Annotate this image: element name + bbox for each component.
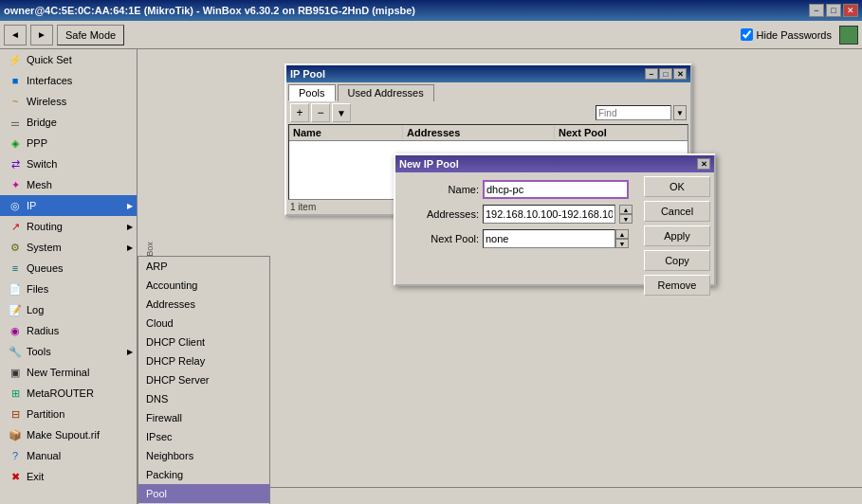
submenu-item-dhcp-server[interactable]: DHCP Server [138, 370, 269, 389]
metarouter-icon: ⊞ [8, 386, 23, 401]
ok-button[interactable]: OK [644, 176, 710, 197]
submenu-item-dhcp-client[interactable]: DHCP Client [138, 333, 269, 351]
submenu-item-packing[interactable]: Packing [138, 465, 269, 484]
hide-passwords-checkbox[interactable] [741, 28, 753, 41]
ip-pool-minimize-button[interactable]: − [645, 68, 658, 80]
cancel-button[interactable]: Cancel [644, 201, 710, 222]
sidebar-item-queues[interactable]: ≡ Queues [0, 258, 137, 279]
ip-pool-maximize-button[interactable]: □ [659, 68, 672, 80]
sidebar-item-tools[interactable]: 🔧 Tools ▶ [0, 341, 137, 362]
next-pool-down-button[interactable]: ▼ [615, 239, 629, 248]
tab-pools[interactable]: Pools [288, 84, 336, 101]
minimize-button[interactable]: − [809, 4, 824, 17]
sidebar-item-files[interactable]: 📄 Files [0, 279, 137, 299]
sidebar: ⚡ Quick Set ■ Interfaces ~ Wireless ⚌ Br… [0, 49, 138, 504]
name-row: Name: [403, 180, 629, 199]
wireless-icon: ~ [8, 94, 23, 109]
submenu-item-dns[interactable]: DNS [138, 389, 269, 408]
submenu-item-arp[interactable]: ARP [138, 257, 269, 276]
sidebar-item-bridge[interactable]: ⚌ Bridge [0, 112, 137, 133]
sidebar-label-metarouter: MetaROUTER [27, 387, 94, 399]
sidebar-label-wireless: Wireless [27, 96, 66, 107]
filter-pool-button[interactable]: ▼ [332, 103, 351, 122]
sidebar-label-queues: Queues [27, 262, 64, 274]
addresses-row: Addresses: ▲ ▼ [403, 205, 629, 224]
sidebar-item-system[interactable]: ⚙ System ▶ [0, 237, 137, 258]
new-ip-pool-title-bar: New IP Pool ✕ [395, 155, 714, 172]
next-pool-select-row: none ▲ ▼ [483, 229, 629, 248]
remove-button[interactable]: Remove [644, 275, 710, 296]
system-icon: ⚙ [8, 240, 23, 255]
sidebar-label-switch: Switch [27, 158, 57, 170]
sidebar-label-system: System [27, 242, 62, 253]
maximize-button[interactable]: □ [826, 4, 841, 17]
sidebar-label-manual: Manual [27, 450, 61, 461]
sidebar-item-interfaces[interactable]: ■ Interfaces [0, 70, 137, 91]
forward-button[interactable]: ► [30, 25, 53, 45]
remove-pool-button[interactable]: − [311, 103, 330, 122]
copy-button[interactable]: Copy [644, 250, 710, 271]
new-ip-pool-title-text: New IP Pool [399, 158, 459, 170]
safe-mode-button[interactable]: Safe Mode [57, 25, 124, 45]
interfaces-icon: ■ [8, 73, 23, 88]
apply-button[interactable]: Apply [644, 225, 710, 246]
dialog-content: Name: Addresses: ▲ ▼ Next Pool: none [395, 172, 714, 284]
ip-pool-close-button[interactable]: ✕ [673, 68, 687, 80]
tab-used-addresses[interactable]: Used Addresses [338, 84, 434, 101]
dialog-buttons: OK Cancel Apply Copy Remove [644, 176, 710, 296]
next-pool-row: Next Pool: none ▲ ▼ [403, 229, 629, 248]
sidebar-item-log[interactable]: 📝 Log [0, 299, 137, 320]
close-button[interactable]: ✕ [843, 4, 858, 17]
sidebar-label-exit: Exit [27, 471, 44, 482]
ip-icon: ◎ [8, 198, 23, 213]
submenu-item-addresses[interactable]: Addresses [138, 295, 269, 314]
submenu-item-cloud[interactable]: Cloud [138, 314, 269, 333]
find-box: ▼ [596, 105, 687, 120]
sidebar-label-bridge: Bridge [27, 117, 57, 128]
submenu-item-pool[interactable]: Pool [138, 484, 269, 503]
back-button[interactable]: ◄ [4, 25, 27, 45]
ip-submenu: ARP Accounting Addresses Cloud DHCP Clie… [138, 256, 270, 504]
next-pool-label: Next Pool: [403, 233, 479, 244]
partition-icon: ⊟ [8, 406, 23, 422]
next-pool-select[interactable]: none [483, 229, 615, 248]
new-ip-pool-close-button[interactable]: ✕ [697, 158, 710, 170]
addresses-up-button[interactable]: ▲ [619, 205, 633, 214]
sidebar-label-mesh: Mesh [27, 179, 52, 190]
submenu-item-neighbors[interactable]: Neighbors [138, 446, 269, 465]
title-text: owner@4C:5E:0C:AA:64:1E (MikroTik) - Win… [4, 5, 415, 16]
addresses-input[interactable] [483, 205, 615, 224]
new-ip-pool-title-buttons: ✕ [697, 158, 710, 170]
submenu-item-accounting[interactable]: Accounting [138, 276, 269, 295]
next-pool-up-button[interactable]: ▲ [615, 229, 629, 239]
add-pool-button[interactable]: + [290, 103, 309, 122]
sidebar-item-ppp[interactable]: ◈ PPP [0, 133, 137, 153]
sidebar-item-radius[interactable]: ◉ Radius [0, 320, 137, 341]
sidebar-label-new-terminal: New Terminal [27, 367, 89, 378]
queues-icon: ≡ [8, 261, 23, 276]
sidebar-item-metarouter[interactable]: ⊞ MetaROUTER [0, 383, 137, 404]
sidebar-item-quick-set[interactable]: ⚡ Quick Set [0, 49, 137, 70]
sidebar-item-make-supout[interactable]: 📦 Make Supout.rif [0, 424, 137, 445]
addresses-down-button[interactable]: ▼ [619, 214, 633, 224]
sidebar-item-switch[interactable]: ⇄ Switch [0, 153, 137, 174]
submenu-item-dhcp-relay[interactable]: DHCP Relay [138, 351, 269, 370]
find-dropdown-button[interactable]: ▼ [673, 105, 687, 120]
sidebar-item-wireless[interactable]: ~ Wireless [0, 91, 137, 112]
sidebar-item-exit[interactable]: ✖ Exit [0, 466, 137, 487]
sidebar-item-manual[interactable]: ? Manual [0, 445, 137, 466]
tools-arrow-icon: ▶ [127, 348, 133, 356]
sidebar-item-partition[interactable]: ⊟ Partition [0, 404, 137, 424]
sidebar-item-ip[interactable]: ◎ IP ▶ [0, 195, 137, 216]
find-input[interactable] [596, 105, 671, 120]
sidebar-item-mesh[interactable]: ✦ Mesh [0, 174, 137, 195]
next-pool-spinners: ▲ ▼ [615, 229, 629, 248]
submenu-item-firewall[interactable]: Firewall [138, 408, 269, 427]
submenu-item-ipsec[interactable]: IPsec [138, 427, 269, 446]
sidebar-item-routing[interactable]: ↗ Routing ▶ [0, 216, 137, 237]
sidebar-label-make-supout: Make Supout.rif [27, 429, 100, 441]
ip-pool-title-bar: IP Pool − □ ✕ [286, 65, 690, 82]
sidebar-item-new-terminal[interactable]: ▣ New Terminal [0, 362, 137, 383]
col-next-pool: Next Pool [555, 126, 688, 139]
name-input[interactable] [483, 180, 629, 199]
